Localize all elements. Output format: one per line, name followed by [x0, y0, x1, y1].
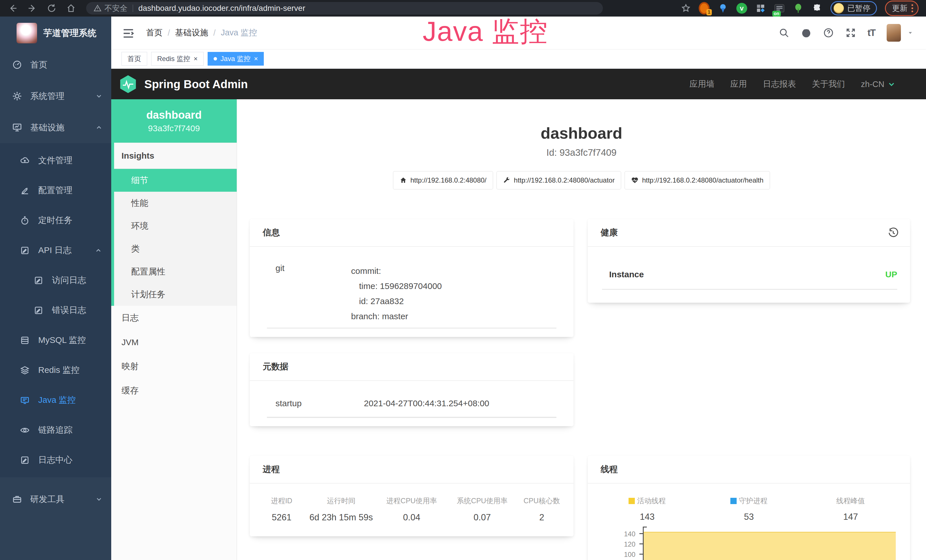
legend-peak: 线程峰值 — [800, 496, 902, 506]
tag-java[interactable]: Java 监控 × — [207, 52, 264, 66]
profile-paused-pill[interactable]: 已暂停 — [831, 1, 877, 15]
service-url-chip[interactable]: http://192.168.0.2:48080/ — [393, 171, 493, 189]
locale-select[interactable]: zh-CN — [861, 80, 895, 89]
forward-icon[interactable] — [27, 3, 37, 13]
timer-icon — [20, 216, 30, 226]
extension-pin-icon[interactable] — [717, 3, 728, 14]
cpus-value: 2 — [515, 512, 568, 523]
help-icon[interactable] — [823, 27, 834, 38]
sidebar-item-devtools[interactable]: 研发工具 — [0, 484, 111, 515]
sidebar-item-api-log[interactable]: API 日志 — [0, 235, 111, 265]
health-url-chip[interactable]: http://192.168.0.2:48080/actuator/health — [625, 171, 770, 189]
sidebar-item-system[interactable]: 系统管理 — [0, 80, 111, 112]
sba-title: Spring Boot Admin — [144, 78, 248, 91]
status-badge: UP — [885, 269, 897, 279]
avatar-caret-icon[interactable] — [907, 30, 914, 36]
page-subtitle: Id: 93a3fc7f7409 — [237, 147, 926, 158]
puzzle-icon[interactable] — [812, 3, 823, 14]
sidebar-item-mysql[interactable]: MySQL 监控 — [0, 325, 111, 355]
sidebar2-item-logfile[interactable]: 日志 — [111, 306, 237, 330]
nav-applications[interactable]: 应用 — [730, 79, 747, 90]
sidebar-item-redis[interactable]: Redis 监控 — [0, 355, 111, 385]
nav-journal[interactable]: 日志报表 — [763, 79, 796, 90]
sidebar2-item-env[interactable]: 环境 — [114, 215, 237, 238]
process-table-values: 5261 6d 23h 15m 59s 0.04 0.07 2 — [250, 512, 573, 523]
actuator-url-chip[interactable]: http://192.168.0.2:48080/actuator — [496, 171, 622, 189]
startup-value: 2021-04-27T00:44:31.254+08:00 — [364, 398, 489, 408]
sidebar-item-error-log[interactable]: 错误日志 — [0, 295, 111, 325]
sidebar-item-access-log[interactable]: 访问日志 — [0, 265, 111, 295]
extension-grid-icon[interactable] — [755, 3, 766, 14]
app-logo-row[interactable]: 芋道管理系统 — [0, 17, 111, 49]
pid-value: 5261 — [255, 512, 308, 523]
tag-redis[interactable]: Redis 监控 × — [151, 52, 204, 66]
ytick-120: 120 — [615, 540, 635, 548]
sidebar-item-config[interactable]: 配置管理 — [0, 176, 111, 206]
git-row: git commit: time: 1596289704000 id: 27aa… — [250, 247, 573, 324]
sidebar-item-java[interactable]: Java 监控 — [0, 385, 111, 415]
dashboard-icon — [12, 60, 22, 70]
hamburger-icon[interactable] — [122, 27, 135, 38]
nav-about[interactable]: 关于我们 — [812, 79, 845, 90]
instance-header[interactable]: dashboard 93a3fc7f7409 — [111, 99, 237, 143]
sba-brand[interactable]: Spring Boot Admin — [119, 75, 248, 94]
back-icon[interactable] — [8, 3, 18, 13]
leaf-extension-icon[interactable] — [793, 3, 803, 14]
vue-devtools-icon[interactable]: v — [736, 3, 747, 14]
nav-applications-wall[interactable]: 应用墙 — [690, 79, 714, 90]
security-indicator[interactable]: 不安全 — [94, 3, 127, 14]
git-branch-line: branch: master — [351, 309, 442, 324]
sidebar2-item-classes[interactable]: 类 — [114, 238, 237, 260]
chrome-update-button[interactable]: 更新 — [885, 1, 918, 16]
locale-label: zh-CN — [861, 80, 884, 89]
search-icon[interactable] — [779, 27, 790, 38]
sidebar2-item-jvm[interactable]: JVM — [111, 330, 237, 354]
sidebar-item-home[interactable]: 首页 — [0, 49, 111, 80]
daemon-threads-value: 53 — [698, 512, 800, 522]
bookmark-star-icon[interactable] — [681, 3, 691, 13]
breadcrumb-infra[interactable]: 基础设施 — [175, 27, 208, 38]
metadata-card-title: 元数据 — [250, 353, 573, 381]
close-icon[interactable]: × — [194, 55, 198, 63]
threads-card: 线程 活动线程 守护进程 线程峰值 143 53 — [588, 456, 910, 560]
sidebar2-item-metrics[interactable]: 性能 — [114, 192, 237, 215]
col-process-cpu: 进程CPU使用率 — [374, 496, 449, 506]
switch-extension-icon[interactable]: on — [774, 3, 785, 14]
sidebar-item-files[interactable]: 文件管理 — [0, 145, 111, 176]
breadcrumb-home[interactable]: 首页 — [146, 27, 163, 38]
extension-orange-icon[interactable]: 1 — [699, 3, 710, 14]
git-label: git — [275, 263, 351, 324]
git-value: commit: time: 1596289704000 id: 27aa832 … — [351, 263, 442, 324]
sidebar-item-trace[interactable]: 链路追踪 — [0, 415, 111, 445]
browser-menu-icon[interactable] — [911, 4, 913, 12]
tag-home[interactable]: 首页 — [121, 52, 147, 66]
legend-yellow-swatch — [629, 498, 635, 504]
fullscreen-icon[interactable] — [845, 27, 856, 38]
breadcrumb: 首页 / 基础设施 / Java 监控 — [146, 27, 257, 38]
sidebar-item-jobs[interactable]: 定时任务 — [0, 206, 111, 235]
close-icon[interactable]: × — [254, 55, 258, 63]
sidebar-item-infra[interactable]: 基础设施 — [0, 112, 111, 143]
github-icon[interactable] — [801, 27, 812, 38]
sidebar-item-label: 首页 — [30, 59, 47, 71]
health-card: 健康 Instance UP — [588, 219, 910, 303]
history-icon[interactable] — [888, 227, 899, 238]
sidebar-item-log-center[interactable]: 日志中心 — [0, 445, 111, 475]
git-id-line: id: 27aa832 — [351, 294, 442, 309]
font-size-icon[interactable]: tT — [867, 27, 875, 38]
address-bar[interactable]: 不安全 dashboard.yudao.iocoder.cn/infra/adm… — [86, 2, 603, 15]
sidebar2-item-scheduled[interactable]: 计划任务 — [114, 283, 237, 306]
breadcrumb-separator: / — [168, 28, 170, 38]
sba-nav: 应用墙 应用 日志报表 关于我们 zh-CN — [690, 79, 926, 90]
user-avatar[interactable] — [887, 24, 901, 42]
sidebar-item-label: 基础设施 — [30, 122, 65, 133]
sidebar2-item-details[interactable]: 细节 — [114, 169, 237, 192]
sidebar2-item-configprops[interactable]: 配置属性 — [114, 260, 237, 283]
sidebar2-item-mappings[interactable]: 映射 — [111, 354, 237, 378]
sidebar2-item-caches[interactable]: 缓存 — [111, 378, 237, 403]
reload-icon[interactable] — [47, 3, 56, 13]
home-nav-icon[interactable] — [66, 3, 76, 13]
sidebar-item-label: 链路追踪 — [38, 424, 73, 436]
col-cpus: CPU核心数 — [515, 496, 568, 506]
chevron-down-icon — [95, 92, 103, 100]
